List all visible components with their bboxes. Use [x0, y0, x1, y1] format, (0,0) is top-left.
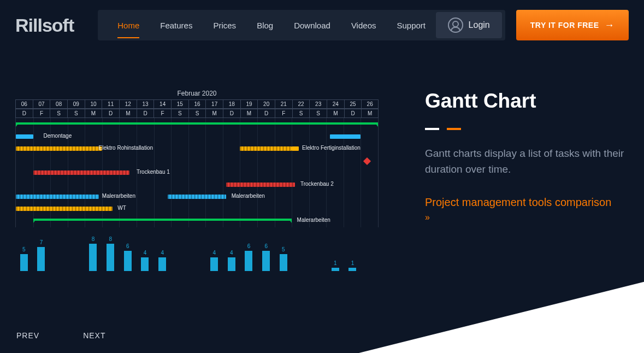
gantt-bar-label: WT: [117, 205, 126, 211]
gantt-weekday-cell: M: [85, 109, 102, 118]
prev-button[interactable]: PREV: [16, 331, 39, 340]
nav-item-features[interactable]: Features: [150, 11, 202, 40]
load-bar: [89, 244, 97, 271]
gantt-day-cell: 14: [153, 99, 171, 109]
gantt-day-row: 0607080910111213141516171819202122232425…: [15, 99, 379, 109]
load-bar: [141, 257, 149, 271]
gantt-day-cell: 12: [119, 99, 137, 109]
gantt-bar: [240, 146, 292, 151]
gantt-day-cell: 13: [137, 99, 154, 109]
brand-logo: Rillsoft: [15, 15, 74, 36]
gantt-bar: [330, 134, 361, 139]
load-value-label: 5: [22, 246, 26, 252]
gantt-chart: Februar 2020 060708091011121314151617181…: [15, 90, 379, 271]
gantt-bar-label: Malerarbeiten: [102, 193, 135, 199]
gantt-weekday-cell: M: [361, 109, 379, 118]
load-bar: [124, 251, 132, 272]
nav-item-blog[interactable]: Blog: [247, 11, 283, 40]
login-label: Login: [469, 20, 490, 30]
gantt-bar: [33, 170, 130, 175]
load-value-label: 6: [126, 243, 129, 249]
gantt-weekday-cell: M: [240, 109, 258, 118]
nav-item-home[interactable]: Home: [108, 11, 149, 40]
comparison-link[interactable]: Project management tools comparison: [425, 194, 639, 210]
load-value-label: 8: [109, 236, 112, 242]
load-bar: [332, 268, 339, 271]
gantt-day-cell: 06: [15, 99, 33, 109]
cta-label: TRY IT FOR FREE: [530, 21, 599, 30]
gantt-weekday-row: DFSSMDMDFSSMDMDFSSMDM: [15, 109, 379, 118]
load-bar: [20, 254, 28, 271]
section-description: Gantt charts display a list of tasks wit…: [425, 145, 639, 178]
load-bar: [158, 257, 166, 271]
gantt-day-cell: 25: [344, 99, 362, 109]
load-bar: [107, 244, 114, 271]
section-title: Gantt Chart: [425, 90, 639, 113]
load-value-label: 1: [334, 260, 337, 266]
try-free-button[interactable]: TRY IT FOR FREE →: [516, 10, 629, 40]
gantt-day-cell: 20: [257, 99, 275, 109]
load-column: 6: [119, 243, 137, 272]
gantt-bar-label: Trockenbau 1: [137, 169, 170, 175]
gantt-bar-label: Malerarbeiten: [297, 217, 330, 223]
gantt-weekday-cell: D: [257, 109, 275, 118]
load-column: 8: [102, 236, 119, 271]
gantt-day-cell: 18: [223, 99, 240, 109]
gantt-month-label: Februar 2020: [15, 90, 379, 99]
gantt-weekday-cell: M: [327, 109, 344, 118]
gantt-weekday-cell: F: [153, 109, 171, 118]
gantt-day-cell: 26: [361, 99, 379, 109]
nav-list: HomeFeaturesPricesBlogDownloadVideosSupp…: [108, 11, 435, 40]
nav-item-support[interactable]: Support: [387, 11, 435, 40]
load-column: 5: [275, 246, 292, 271]
gantt-day-cell: 19: [240, 99, 258, 109]
load-column: 4: [223, 250, 240, 271]
load-value-label: 4: [161, 250, 164, 256]
gantt-bar: [168, 195, 226, 199]
gantt-load-histogram: 57886444466511: [15, 233, 379, 271]
gantt-bar: [16, 134, 33, 139]
gantt-weekday-cell: S: [171, 109, 188, 118]
gantt-bar-label: Malerarbeiten: [232, 193, 265, 199]
load-bar: [210, 257, 218, 271]
gantt-weekday-cell: S: [67, 109, 85, 118]
load-column: 4: [153, 250, 171, 271]
next-button[interactable]: NEXT: [83, 331, 105, 340]
gantt-bar-label: Trockenbau 2: [300, 181, 334, 187]
nav-item-download[interactable]: Download: [284, 11, 340, 40]
gantt-day-cell: 22: [292, 99, 310, 109]
load-bar: [262, 251, 270, 272]
load-value-label: 7: [40, 239, 43, 245]
gantt-bar: [16, 195, 99, 199]
header: Rillsoft HomeFeaturesPricesBlogDownloadV…: [0, 0, 644, 40]
gantt-bar: [226, 183, 295, 187]
pager: PREV NEXT: [16, 331, 105, 340]
gantt-milestone: [363, 157, 371, 165]
load-column: 4: [205, 250, 223, 271]
load-value-label: 4: [144, 250, 147, 256]
nav-item-prices[interactable]: Prices: [203, 11, 246, 40]
load-column: 7: [33, 239, 50, 271]
feature-description: Gantt Chart Gantt charts display a list …: [425, 90, 639, 271]
gantt-weekday-cell: S: [309, 109, 327, 118]
gantt-weekday-cell: S: [292, 109, 310, 118]
gantt-showcase: Februar 2020 060708091011121314151617181…: [15, 90, 387, 271]
gantt-body: DemontageElektro RohinstallationElektro …: [15, 118, 379, 227]
load-column: 5: [15, 246, 33, 271]
gantt-weekday-cell: D: [137, 109, 154, 118]
nav-item-videos[interactable]: Videos: [341, 11, 386, 40]
load-column: 8: [85, 236, 102, 271]
gantt-bar: [16, 207, 113, 211]
gantt-bar-label: Elektro Fertiginstallation: [302, 145, 361, 151]
accent-divider: [425, 128, 639, 130]
load-value-label: 8: [92, 236, 95, 242]
login-button[interactable]: Login: [436, 12, 502, 38]
gantt-bar: [33, 219, 292, 221]
load-value-label: 6: [264, 243, 268, 249]
gantt-bar: [292, 146, 299, 151]
load-value-label: 4: [230, 250, 233, 256]
load-value-label: 4: [212, 250, 216, 256]
gantt-day-cell: 09: [67, 99, 85, 109]
gantt-day-cell: 15: [171, 99, 188, 109]
arrow-right-icon: →: [605, 20, 615, 31]
